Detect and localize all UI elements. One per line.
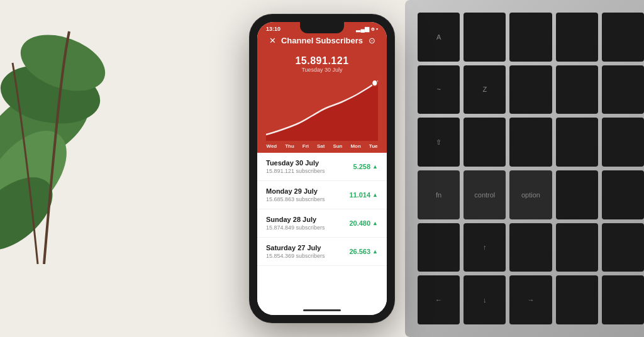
list-item-right: 26.563 ▲ xyxy=(349,248,378,255)
key-z: Z xyxy=(464,65,506,114)
key-empty12 xyxy=(556,170,598,219)
item-date-2: Sunday 28 July xyxy=(266,216,325,223)
day-tue: Tue xyxy=(369,143,378,149)
list-area: Tuesday 30 July 15.891.121 subscribers 5… xyxy=(257,153,387,307)
list-item-left: Tuesday 30 July 15.891.121 subscribers xyxy=(266,159,325,174)
plant-decoration xyxy=(0,0,138,264)
home-indicator xyxy=(257,307,387,315)
list-item-left: Saturday 27 July 15.854.369 subscribers xyxy=(266,244,325,259)
svg-point-5 xyxy=(372,80,377,86)
key-empty16 xyxy=(556,223,598,272)
list-item[interactable]: Monday 29 July 15.685.863 subscribers 11… xyxy=(257,181,387,209)
close-icon[interactable]: ✕ xyxy=(266,36,279,45)
day-wed: Wed xyxy=(266,143,277,149)
item-subs-1: 15.685.863 subscribers xyxy=(266,196,325,202)
key-tilde: ~ xyxy=(418,65,460,114)
list-item-right: 11.014 ▲ xyxy=(349,191,378,199)
key-empty15 xyxy=(509,223,552,272)
key-empty4 xyxy=(602,13,644,62)
header-title: Channel Subscribers xyxy=(279,36,365,45)
battery-icon: ▪ xyxy=(376,26,378,32)
key-fn: fn xyxy=(418,170,460,219)
phone-notch xyxy=(300,22,344,33)
phone-screen: 13:10 ▂▄▆ ⌾ ▪ ✕ Channel Subscribers ⊙ 15… xyxy=(257,22,387,315)
home-bar xyxy=(303,309,341,311)
app-header: ✕ Channel Subscribers ⊙ xyxy=(257,33,387,52)
signal-icon: ▂▄▆ xyxy=(356,26,369,32)
item-date-1: Monday 29 July xyxy=(266,187,325,195)
key-empty5 xyxy=(509,65,552,114)
key-empty8 xyxy=(464,118,506,167)
key-up: ↑ xyxy=(464,223,506,272)
item-date-3: Saturday 27 July xyxy=(266,244,325,251)
day-thu: Thu xyxy=(285,143,294,149)
list-item-left: Sunday 28 July 15.874.849 subscribers xyxy=(266,216,325,231)
status-time: 13:10 xyxy=(266,26,280,32)
phone-wrapper: 13:10 ▂▄▆ ⌾ ▪ ✕ Channel Subscribers ⊙ 15… xyxy=(250,14,394,323)
camera-icon[interactable]: ⊙ xyxy=(365,36,378,45)
item-count-2: 20.480 xyxy=(349,219,370,227)
day-sat: Sat xyxy=(317,143,325,149)
key-empty19 xyxy=(602,275,644,324)
key-right: → xyxy=(509,275,552,324)
key-control: control xyxy=(464,170,506,219)
day-fri: Fri xyxy=(303,143,309,149)
chart-svg xyxy=(266,78,378,141)
list-item[interactable]: Sunday 28 July 15.874.849 subscribers 20… xyxy=(257,209,387,238)
phone-device: 13:10 ▂▄▆ ⌾ ▪ ✕ Channel Subscribers ⊙ 15… xyxy=(250,14,394,323)
key-empty14 xyxy=(418,223,460,272)
list-item[interactable]: Tuesday 30 July 15.891.121 subscribers 5… xyxy=(257,153,387,181)
key-empty1 xyxy=(464,13,506,62)
item-count-0: 5.258 xyxy=(353,163,371,170)
key-empty18 xyxy=(556,275,598,324)
key-empty13 xyxy=(602,170,644,219)
keyboard-grid: A ~ Z ⇧ fn control option ↑ ← ↓ → xyxy=(418,13,644,324)
item-count-3: 26.563 xyxy=(349,248,370,255)
day-mon: Mon xyxy=(350,143,360,149)
chart-value: 15.891.121 xyxy=(266,55,378,67)
list-item-right: 5.258 ▲ xyxy=(353,163,378,170)
trend-arrow-3: ▲ xyxy=(372,248,378,255)
key-left: ← xyxy=(418,275,460,324)
key-empty11 xyxy=(602,118,644,167)
item-subs-3: 15.854.369 subscribers xyxy=(266,253,325,259)
key-down: ↓ xyxy=(464,275,506,324)
trend-arrow-2: ▲ xyxy=(372,220,378,226)
key-empty6 xyxy=(556,65,598,114)
key-shift: ⇧ xyxy=(418,118,460,167)
trend-arrow-0: ▲ xyxy=(372,163,378,170)
list-item-right: 20.480 ▲ xyxy=(349,219,378,227)
item-date-0: Tuesday 30 July xyxy=(266,159,325,167)
key-empty10 xyxy=(556,118,598,167)
chart-area: 15.891.121 Tuesday 30 July xyxy=(257,52,387,141)
chart-date: Tuesday 30 July xyxy=(266,67,378,73)
key-empty9 xyxy=(509,118,552,167)
laptop-keyboard: A ~ Z ⇧ fn control option ↑ ← ↓ → xyxy=(405,0,644,337)
day-labels: Wed Thu Fri Sat Sun Mon Tue xyxy=(257,141,387,153)
wifi-icon: ⌾ xyxy=(371,26,374,32)
key-empty17 xyxy=(602,223,644,272)
key-empty2 xyxy=(509,13,552,62)
trend-arrow-1: ▲ xyxy=(372,192,378,198)
item-subs-0: 15.891.121 subscribers xyxy=(266,168,325,174)
day-sun: Sun xyxy=(333,143,342,149)
key-empty7 xyxy=(602,65,644,114)
list-item[interactable]: Saturday 27 July 15.854.369 subscribers … xyxy=(257,238,387,266)
key-empty3 xyxy=(556,13,598,62)
list-item-left: Monday 29 July 15.685.863 subscribers xyxy=(266,187,325,202)
item-subs-2: 15.874.849 subscribers xyxy=(266,224,325,231)
item-count-1: 11.014 xyxy=(349,191,370,199)
key-a: A xyxy=(418,13,460,62)
status-icons: ▂▄▆ ⌾ ▪ xyxy=(356,26,378,32)
key-option: option xyxy=(509,170,552,219)
